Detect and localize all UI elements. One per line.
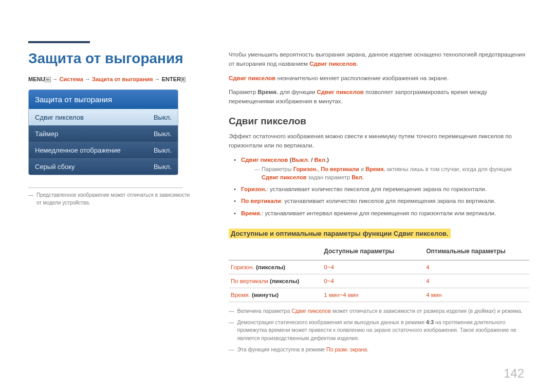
table-row: Время. (минуты) 1 мин~4 мин 4 мин [229,288,529,302]
enter-icon: E [181,77,186,82]
section-pixel-shift: Сдвиг пикселов [229,116,529,127]
intro-p1: Чтобы уменьшить вероятность выгорания эк… [229,50,529,69]
osd-panel: Защита от выгорания Сдвиг пикселов Выкл.… [28,89,178,175]
menu-label: MENU [28,76,45,82]
breadcrumb-system: Система [60,76,83,82]
bullet-vertical: По вертикали: устанавливает количество п… [229,197,529,206]
osd-row-pixel-shift[interactable]: Сдвиг пикселов Выкл. [29,109,178,125]
enter-label: ENTER [162,76,181,82]
osd-row-side-gray[interactable]: Серый сбоку Выкл. [29,158,178,175]
page-title: Защита от выгорания [28,50,193,67]
note-4-3-retention: ― Демонстрация статического изображения … [229,319,529,343]
bullet-time: Время.: устанавливает интервал времени д… [229,209,529,218]
breadcrumb: MENUm → Система → Защита от выгорания → … [28,76,193,82]
note-size-dependent: ― Величина параметра Сдвиг пикселов може… [229,307,529,315]
osd-row-timer[interactable]: Таймер Выкл. [29,125,178,142]
osd-row-immediate-display[interactable]: Немедленное отображение Выкл. [29,142,178,158]
bullet-pixel-shift-toggle: Сдвиг пикселов (Выкл. / Вкл.) Параметры … [229,156,529,182]
subheading-params: Доступные и оптимальные параметры функци… [229,229,451,238]
table-row: Горизон. (пикселы) 0~4 4 [229,260,529,274]
page-number: 142 [504,366,524,381]
menu-icon: m [45,77,50,82]
table-row: По вертикали (пикселы) 0~4 4 [229,274,529,288]
intro-p3: Параметр Время. для функции Сдвиг пиксел… [229,88,529,106]
th-optimal: Оптимальные параметры [424,245,529,260]
sub-note-active-when-on: Параметры Горизон., По вертикали и Время… [241,165,529,182]
intro-p2: Сдвиг пикселов незначительно меняет расп… [229,74,529,83]
osd-panel-title: Защита от выгорания [29,90,178,109]
breadcrumb-screen-burn: Защита от выгорания [92,76,153,82]
image-disclaimer: ― Представленное изображение может отлич… [28,191,193,207]
note-screen-fit: ― Эта функция недоступна в режиме По раз… [229,346,529,354]
section-desc: Эффект остаточного изображения можно све… [229,132,529,151]
th-available: Доступные параметры [322,245,424,260]
params-table: Доступные параметры Оптимальные параметр… [229,245,529,302]
bullet-horizontal: Горизон.: устанавливает количество пиксе… [229,185,529,194]
